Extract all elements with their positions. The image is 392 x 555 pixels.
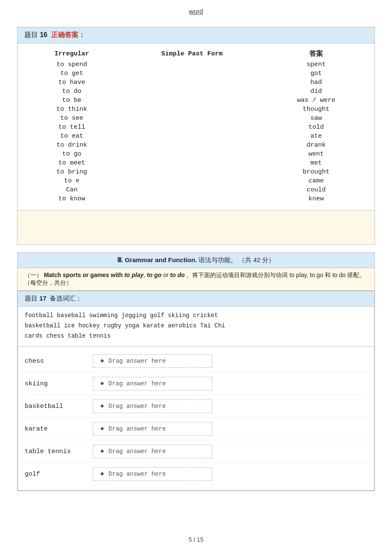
main-content: 题目 16 正确答案： Irregular Simple Past Form 答… [0,19,392,516]
drag-label: karate [25,425,93,433]
drag-label: basketball [25,403,93,410]
subheader-zh: 。将下面的运动项目和游戏分别与动词 to play, to go 和 to do… [186,272,365,278]
irregular-cell: to know [26,194,118,203]
grammar-section: Ⅲ. Grammar and Function. 语法与功能。 （共 42 分）… [17,252,375,491]
table-row: to drink drank [26,141,366,150]
answer-cell: came [266,176,366,185]
drag-placeholder: Drag answer here [109,471,166,477]
vocab-table-header-row: Irregular Simple Past Form 答案 [26,48,366,60]
roman-numeral: Ⅲ. [117,256,123,263]
simple-past-cell [118,114,266,123]
irregular-cell: to e [26,176,118,185]
drag-label: golf [25,471,93,478]
table-row: to think thought [26,105,366,114]
drag-label: chess [25,358,93,365]
section16-box: 题目 16 正确答案： Irregular Simple Past Form 答… [17,27,375,245]
drag-placeholder: Drag answer here [109,358,166,364]
table-row: to know knew [26,194,366,203]
answer-cell: drank [266,141,366,150]
irregular-cell: to see [26,114,118,123]
vocab-line: football baseball swimming jogging golf … [25,311,367,321]
answer-cell: was / were [266,96,366,105]
answer-cell: spent [266,60,366,69]
answer-cell: thought [266,105,366,114]
grammar-subtitle-zh: 语法与功能。 [199,256,237,263]
list-item: golf ● Drag answer here [25,463,367,485]
grammar-title: Grammar and Function. [125,256,197,263]
irregular-cell: to meet [26,159,118,168]
page-header: word [0,0,392,19]
header-title: word [189,8,203,15]
simple-past-cell [118,141,266,150]
drag-placeholder: Drag answer here [109,403,166,410]
answer-cell: knew [266,194,366,203]
simple-past-cell [118,69,266,78]
section17-num: 17 [39,295,46,302]
bullet-icon: ● [100,425,104,433]
page-footer: 5 / 15 [0,529,392,547]
drag-answer-box[interactable]: ● Drag answer here [93,354,212,368]
section16-vocab-table: Irregular Simple Past Form 答案 to spend s… [17,43,375,210]
irregular-cell: to have [26,78,118,87]
page-number: 5 / 15 [188,536,203,543]
subheader-per-blank: （每空分，共分） [24,279,72,286]
table-row: to tell told [26,123,366,132]
bullet-icon: ● [100,402,104,410]
drag-answer-box[interactable]: ● Drag answer here [93,467,212,481]
drag-placeholder: Drag answer here [109,380,166,387]
drag-answer-box[interactable]: ● Drag answer here [93,445,212,458]
blank-area [17,210,375,244]
grammar-subheader: （一） Match sports or games with to play, … [17,268,375,291]
table-row: Can could [26,185,366,194]
answer-cell: saw [266,114,366,123]
simple-past-cell [118,176,266,185]
simple-past-cell [118,123,266,132]
vocab-table-body: to spend spent to get got to have had to… [26,60,366,203]
irregular-cell: to eat [26,132,118,141]
section16-answer-text: 正确答案： [51,31,85,38]
simple-past-cell [118,194,266,203]
table-row: to spend spent [26,60,366,69]
answer-cell: had [266,78,366,87]
table-row: to see saw [26,114,366,123]
table-row: to eat ate [26,132,366,141]
drag-label: skiing [25,380,93,387]
irregular-cell: to be [26,96,118,105]
irregular-cell: to go [26,150,118,159]
table-row: to go went [26,150,366,159]
grammar-points: （共 42 分） [239,256,275,263]
irregular-cell: Can [26,185,118,194]
answer-cell: met [266,159,366,168]
irregular-cell: to drink [26,141,118,150]
section17-title: 备选词汇： [50,295,82,302]
section17-label: 题目 [25,295,37,302]
subheader-comma1: , [144,272,145,278]
simple-past-cell [118,96,266,105]
vocab-line: cards chess table tennis [25,331,367,341]
subheader-do: to do [170,272,184,278]
grammar-header: Ⅲ. Grammar and Function. 语法与功能。 （共 42 分） [17,253,375,268]
bullet-icon: ● [100,357,104,365]
drag-placeholder: Drag answer here [109,448,166,455]
subheader-or: or [163,272,168,278]
drag-answer-box[interactable]: ● Drag answer here [93,422,212,436]
drag-label: table tennis [25,448,93,455]
answer-cell: went [266,150,366,159]
drag-answer-box[interactable]: ● Drag answer here [93,377,212,390]
simple-past-cell [118,150,266,159]
col-simple-past: Simple Past Form [118,48,266,60]
answer-cell: brought [266,168,366,176]
answer-cell: told [266,123,366,132]
irregular-cell: to spend [26,60,118,69]
table-row: to meet met [26,159,366,168]
bullet-icon: ● [100,448,104,455]
drag-rows: chess ● Drag answer here skiing ● Drag a… [18,347,374,490]
section16-num: 16 [40,31,47,38]
bullet-icon: ● [100,380,104,387]
subheader-prefix: （一） [24,272,42,278]
col-answer: 答案 [266,48,366,60]
section16-label: 题目 [24,31,38,38]
drag-answer-box[interactable]: ● Drag answer here [93,399,212,413]
irregular-cell: to do [26,87,118,96]
list-item: skiing ● Drag answer here [25,373,367,395]
